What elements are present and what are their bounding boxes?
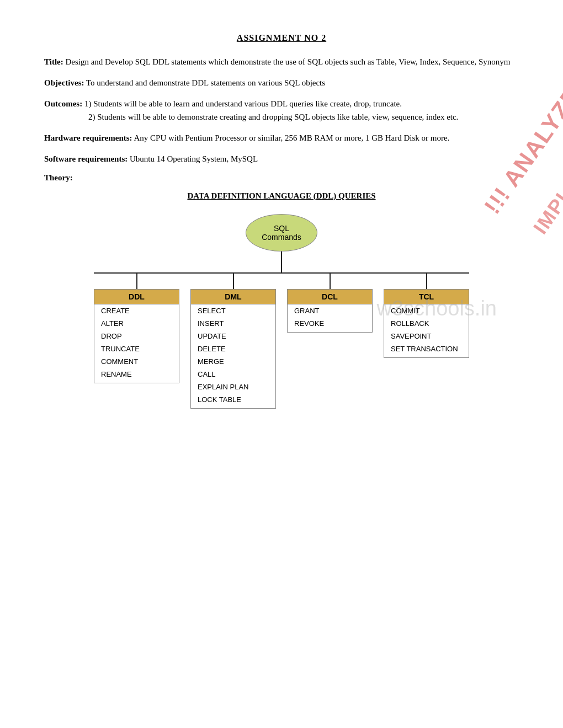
dml-item-1: INSERT — [191, 317, 275, 330]
software-label: Software requirements: — [44, 154, 128, 163]
dcl-item-0: GRANT — [288, 304, 372, 317]
ddl-vline — [136, 274, 137, 289]
hardware-section: Hardware requirements: Any CPU with Pent… — [44, 131, 519, 144]
connector-down — [281, 251, 282, 272]
title-text: Design and Develop SQL DDL statements wh… — [63, 57, 511, 66]
dml-item-7: LOCK TABLE — [191, 393, 275, 406]
ddl-item-0: CREATE — [94, 304, 179, 317]
outcomes-text2: 2) Students will be able to demonstrate … — [88, 110, 519, 124]
sql-commands-line1: SQL — [274, 224, 289, 233]
hardware-text: Any CPU with Pentium Processor or simila… — [132, 133, 450, 142]
ddl-item-4: COMMENT — [94, 355, 179, 368]
tcl-item-2: SAVEPOINT — [384, 330, 469, 342]
dml-vline — [233, 274, 234, 289]
dml-header: DML — [191, 290, 275, 304]
tcl-item-1: ROLLBACK — [384, 317, 469, 330]
page: !!! ANALYZE!!! IMPLEMENT UNDERSTAND ASSI… — [0, 0, 563, 442]
columns-row: DDL CREATE ALTER DROP TRUNCATE COMMENT R… — [94, 274, 469, 409]
dml-table: DML SELECT INSERT UPDATE DELETE MERGE CA… — [190, 289, 276, 409]
sql-commands-diagram: SQL Commands DDL CREATE ALTER DROP TRUNC… — [44, 214, 519, 409]
dcl-column-container: DCL GRANT REVOKE — [287, 274, 373, 409]
software-text: Ubuntu 14 Operating System, MySQL — [128, 154, 258, 163]
watermark-implement: IMPLEMENT — [529, 121, 563, 238]
dml-column-container: DML SELECT INSERT UPDATE DELETE MERGE CA… — [190, 274, 276, 409]
dml-item-0: SELECT — [191, 304, 275, 317]
objectives-section: Objectives: To understand and demonstrat… — [44, 76, 519, 89]
ddl-column-container: DDL CREATE ALTER DROP TRUNCATE COMMENT R… — [94, 274, 179, 409]
dcl-vline — [330, 274, 331, 289]
theory-label: Theory: — [44, 173, 519, 183]
sql-commands-node: SQL Commands — [246, 214, 317, 251]
ddl-header: DDL — [94, 290, 179, 304]
ddl-table: DDL CREATE ALTER DROP TRUNCATE COMMENT R… — [94, 289, 179, 383]
objectives-text: To understand and demonstrate DDL statem… — [84, 78, 325, 87]
dml-item-5: CALL — [191, 368, 275, 381]
dml-item-6: EXPLAIN PLAN — [191, 381, 275, 393]
dcl-item-1: REVOKE — [288, 317, 372, 330]
dml-item-3: DELETE — [191, 342, 275, 355]
tcl-item-0: COMMIT — [384, 304, 469, 317]
dml-item-4: MERGE — [191, 355, 275, 368]
hardware-label: Hardware requirements: — [44, 133, 132, 142]
dml-item-2: UPDATE — [191, 330, 275, 342]
software-section: Software requirements: Ubuntu 14 Operati… — [44, 152, 519, 165]
tcl-vline — [426, 274, 427, 289]
ddl-item-3: TRUNCATE — [94, 342, 179, 355]
title-section: Title: Design and Develop SQL DDL statem… — [44, 55, 519, 68]
dcl-header: DCL — [288, 290, 372, 304]
ddl-item-1: ALTER — [94, 317, 179, 330]
sql-commands-line2: Commands — [262, 233, 301, 242]
ddl-item-2: DROP — [94, 330, 179, 342]
outcomes-label: Outcomes: — [44, 99, 82, 108]
dcl-table: DCL GRANT REVOKE — [287, 289, 373, 333]
objectives-label: Objectives: — [44, 78, 84, 87]
outcomes-section: Outcomes: 1) Students will be able to le… — [44, 97, 519, 124]
tcl-table: TCL COMMIT ROLLBACK SAVEPOINT SET TRANSA… — [384, 289, 469, 358]
tcl-header: TCL — [384, 290, 469, 304]
title-label: Title: — [44, 57, 63, 66]
ddl-title: DATA DEFINITION LANGUAGE (DDL) QUERIES — [44, 191, 519, 201]
outcomes-text1: 1) Students will be able to learn and un… — [82, 99, 402, 108]
assignment-title: ASSIGNMENT NO 2 — [44, 33, 519, 43]
horizontal-connector — [94, 272, 469, 274]
ddl-item-5: RENAME — [94, 368, 179, 381]
tcl-column-container: TCL COMMIT ROLLBACK SAVEPOINT SET TRANSA… — [384, 274, 469, 409]
tcl-item-3: SET TRANSACTION — [384, 342, 469, 355]
